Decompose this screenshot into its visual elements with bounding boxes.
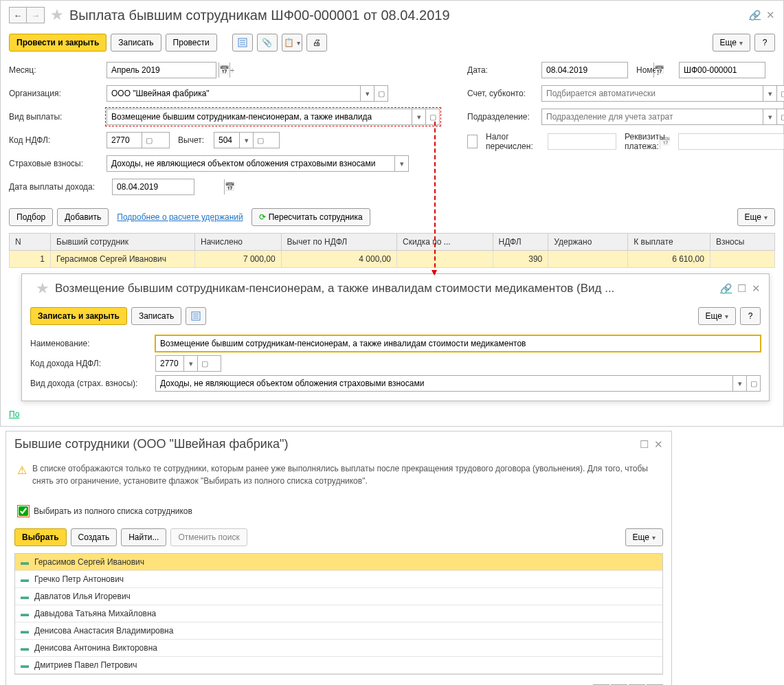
tax-paid-checkbox[interactable] bbox=[467, 135, 478, 148]
employees-window: Бывшие сотрудники (ООО "Швейная фабрика"… bbox=[5, 431, 672, 685]
dropdown-icon[interactable]: ▾ bbox=[412, 109, 425, 124]
col-accrued[interactable]: Начислено bbox=[195, 234, 282, 251]
name-field[interactable] bbox=[155, 335, 761, 352]
open-icon[interactable]: ▢ bbox=[374, 86, 388, 101]
pdate-field[interactable] bbox=[112, 179, 194, 195]
list-item[interactable]: ▬Денисова Анастасия Владимировна bbox=[15, 622, 662, 640]
dropdown-icon[interactable]: ▾ bbox=[183, 356, 197, 371]
star-icon[interactable]: ★ bbox=[50, 6, 64, 24]
open-icon[interactable]: ▢ bbox=[253, 133, 267, 148]
list-item[interactable]: ▬Дмитриев Павел Петрович bbox=[15, 657, 662, 674]
save-close-button[interactable]: Записать и закрыть bbox=[30, 307, 127, 325]
col-ndfl[interactable]: НДФЛ bbox=[493, 234, 548, 251]
dropdown-icon[interactable]: ▾ bbox=[763, 86, 776, 101]
month-field[interactable]: ÷ bbox=[107, 62, 216, 78]
post-button[interactable]: Провести bbox=[166, 34, 217, 52]
more-button[interactable]: Еще bbox=[698, 307, 736, 325]
cancel-find-button[interactable]: Отменить поиск bbox=[170, 528, 247, 546]
ins-field[interactable]: ▾▢ bbox=[155, 375, 761, 392]
date-field[interactable] bbox=[541, 62, 628, 78]
open-icon[interactable]: ▢ bbox=[197, 356, 211, 371]
org-field[interactable]: ▾▢ bbox=[107, 85, 388, 102]
star-icon[interactable]: ★ bbox=[36, 280, 49, 297]
warning-banner: ⚠ В списке отображаются только те сотруд… bbox=[6, 457, 671, 493]
tax-paid-label: Налог перечислен: bbox=[486, 132, 539, 151]
list-icon[interactable] bbox=[232, 34, 253, 52]
table-more-button[interactable]: Еще bbox=[737, 208, 775, 226]
item-icon: ▬ bbox=[21, 609, 29, 618]
open-icon[interactable]: ▢ bbox=[776, 109, 784, 124]
open-icon[interactable]: ▢ bbox=[425, 109, 439, 124]
list-item[interactable]: ▬Гречко Петр Антонович bbox=[15, 571, 662, 588]
number-field[interactable] bbox=[679, 62, 765, 78]
create-button[interactable]: Создать bbox=[71, 528, 117, 546]
recalc-button[interactable]: ⟳Пересчитать сотрудника bbox=[251, 208, 370, 226]
help-button[interactable]: ? bbox=[754, 34, 775, 52]
col-n[interactable]: N bbox=[10, 234, 51, 251]
more-button[interactable]: Еще bbox=[625, 528, 663, 546]
nav-forward-button[interactable]: → bbox=[27, 7, 45, 23]
col-topay[interactable]: К выплате bbox=[628, 234, 710, 251]
ndflcode-field[interactable]: ▢ bbox=[107, 132, 170, 148]
paytype-field[interactable]: ▾▢ bbox=[107, 109, 440, 125]
maximize-icon[interactable]: ☐ bbox=[737, 282, 746, 295]
table-row[interactable]: 1 Герасимов Сергей Иванович 7 000,00 4 0… bbox=[10, 251, 775, 268]
dropdown-icon[interactable]: ▾ bbox=[239, 133, 253, 148]
calendar-icon[interactable] bbox=[224, 179, 235, 194]
col-deduct[interactable]: Вычет по НДФЛ bbox=[281, 234, 396, 251]
maximize-icon[interactable]: ☐ bbox=[640, 438, 649, 451]
close-icon[interactable]: ✕ bbox=[752, 282, 761, 295]
deduct-field[interactable]: ▾▢ bbox=[214, 132, 280, 148]
dropdown-icon[interactable]: ▾ bbox=[394, 156, 408, 171]
dropdown-icon[interactable]: ▾ bbox=[360, 86, 374, 101]
close-icon[interactable]: ✕ bbox=[766, 9, 775, 21]
dept-field[interactable]: ▾▢ bbox=[541, 109, 784, 125]
ndfl-field[interactable]: ▾▢ bbox=[155, 355, 221, 372]
save-close-button[interactable]: Провести и закрыть bbox=[9, 34, 107, 52]
details-link[interactable]: Подробнее о расчете удержаний bbox=[117, 212, 243, 222]
write-button[interactable]: Записать bbox=[111, 34, 161, 52]
calendar-icon[interactable] bbox=[219, 63, 229, 78]
add-button[interactable]: Добавить bbox=[57, 208, 109, 226]
dropdown-icon[interactable]: ▾ bbox=[732, 376, 746, 391]
annotation-arrow bbox=[433, 122, 436, 274]
ins-field[interactable]: ▾ bbox=[107, 155, 409, 172]
list-item[interactable]: ▬Давыдова Татьяна Михайловна bbox=[15, 605, 662, 622]
attach-icon[interactable]: 📎 bbox=[257, 34, 278, 52]
warning-text: В списке отображаются только те сотрудни… bbox=[32, 462, 660, 487]
list-item[interactable]: ▬Герасимов Сергей Иванович bbox=[15, 554, 662, 571]
spinner-icon[interactable]: ÷ bbox=[229, 63, 234, 78]
col-contrib[interactable]: Взносы bbox=[710, 234, 774, 251]
col-emp[interactable]: Бывший сотрудник bbox=[51, 234, 195, 251]
more-button[interactable]: Еще bbox=[713, 34, 750, 52]
copy-icon[interactable]: 📋 bbox=[282, 34, 302, 52]
col-withheld[interactable]: Удержано bbox=[548, 234, 628, 251]
main-window: ← → ★ Выплата бывшим сотрудникам ШФ00-00… bbox=[0, 0, 784, 427]
select-button[interactable]: Выбрать bbox=[14, 528, 67, 546]
print-icon[interactable]: 🖨 bbox=[306, 34, 327, 52]
open-icon[interactable]: ▢ bbox=[142, 133, 155, 148]
nav-back-button[interactable]: ← bbox=[9, 7, 27, 23]
col-discount[interactable]: Скидка по ... bbox=[397, 234, 493, 251]
account-field[interactable]: ▾▢ bbox=[541, 85, 784, 102]
close-icon[interactable]: ✕ bbox=[654, 438, 663, 451]
fulllist-checkbox[interactable] bbox=[19, 506, 28, 516]
help-button[interactable]: ? bbox=[740, 307, 761, 325]
list-icon[interactable] bbox=[186, 307, 206, 325]
share-icon[interactable]: 🔗 bbox=[720, 283, 732, 294]
find-button[interactable]: Найти... bbox=[121, 528, 166, 546]
dropdown-icon[interactable]: ▾ bbox=[763, 109, 776, 124]
open-icon[interactable]: ▢ bbox=[776, 86, 784, 101]
write-button[interactable]: Записать bbox=[131, 307, 181, 325]
fulllist-label: Выбирать из полного списка сотрудников bbox=[34, 506, 192, 516]
share-icon[interactable]: 🔗 bbox=[749, 10, 761, 21]
calendar-icon[interactable] bbox=[653, 63, 664, 78]
list-item[interactable]: ▬Давлатов Илья Игоревич bbox=[15, 588, 662, 605]
pdate-label: Дата выплаты дохода: bbox=[9, 182, 104, 192]
footer-link[interactable]: По bbox=[9, 409, 19, 419]
modal1-title: Возмещение бывшим сотрудникам-пенсионера… bbox=[55, 282, 715, 295]
pick-button[interactable]: Подбор bbox=[9, 208, 53, 226]
ins-label: Вид дохода (страх. взносы): bbox=[30, 379, 147, 388]
open-icon[interactable]: ▢ bbox=[746, 376, 760, 391]
list-item[interactable]: ▬Денисова Антонина Викторовна bbox=[15, 640, 662, 657]
